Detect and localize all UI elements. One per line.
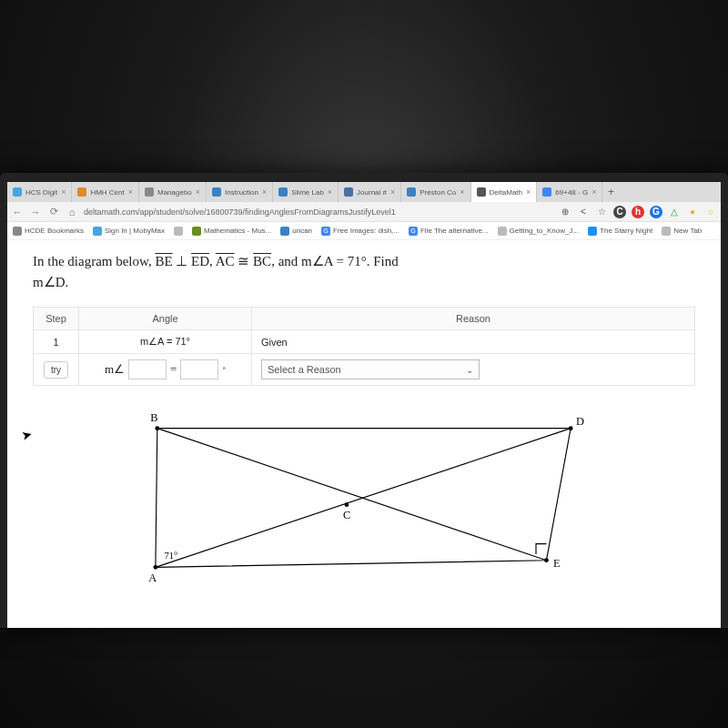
table-row: 1 m∠A = 71° Given (34, 330, 695, 354)
tab-hmh[interactable]: HMH Cent× (72, 182, 139, 202)
svg-point-3 (569, 426, 573, 430)
close-icon[interactable]: × (262, 187, 267, 197)
ext-triangle-icon[interactable]: △ (668, 206, 681, 218)
bookmarks-bar: HCDE Bookmarks Sign In | MobyMax Mathema… (7, 222, 721, 240)
step-number: 1 (34, 330, 79, 354)
ext-dot-icon[interactable]: ● (686, 206, 699, 218)
forward-icon[interactable]: → (29, 207, 42, 217)
ext-g-icon[interactable]: G (650, 206, 662, 218)
reason-select[interactable]: Select a Reason ⌄ (261, 359, 480, 379)
reason-placeholder: Select a Reason (268, 364, 341, 375)
svg-point-2 (345, 502, 349, 507)
angle-a-label: 71° (164, 551, 177, 561)
tab-label: Instruction (225, 188, 258, 197)
browser-tabstrip: HCS Digit× HMH Cent× Managebo× Instructi… (7, 182, 721, 202)
tab-deltamath[interactable]: DeltaMath× (471, 182, 538, 202)
bookmark-uncan[interactable]: uncan (280, 227, 312, 236)
angle-cell: m∠A = 71° (79, 330, 252, 354)
label-c: C (343, 509, 350, 521)
header-reason: Reason (252, 308, 695, 330)
geometry-diagram: B D C E A 71° (33, 402, 695, 593)
star-icon[interactable]: ☆ (595, 206, 608, 218)
ext-h-icon[interactable]: h (632, 206, 644, 218)
close-icon[interactable]: × (328, 187, 332, 197)
tab-instruction[interactable]: Instruction× (207, 182, 273, 202)
try-button[interactable]: try (44, 361, 68, 379)
tab-label: Managebo (157, 188, 192, 197)
svg-point-1 (155, 426, 159, 430)
tab-label: HCS Digit (25, 188, 57, 197)
table-row: try m∠ = ° Select (34, 354, 695, 386)
tab-journal[interactable]: Journal #× (339, 182, 401, 202)
tab-label: HMH Cent (90, 188, 124, 197)
reload-icon[interactable]: ⟳ (47, 206, 60, 217)
svg-point-4 (544, 558, 549, 562)
close-icon[interactable]: × (196, 187, 200, 197)
bookmark-file-alt[interactable]: GFile The alternative... (409, 227, 489, 236)
bookmark-blank[interactable] (174, 227, 183, 236)
label-a: A (148, 571, 157, 584)
close-icon[interactable]: × (592, 187, 596, 197)
bookmark-free-images[interactable]: GFree Images: dish,... (321, 227, 399, 236)
svg-point-0 (154, 565, 158, 570)
ext-c-icon[interactable]: C (613, 206, 626, 218)
tab-label: Preston Co (420, 188, 456, 197)
ext-sun-icon[interactable]: ☼ (704, 206, 717, 218)
question-text: In the diagram below, BE ⊥ ED, AC ≅ BC, … (33, 251, 695, 292)
close-icon[interactable]: × (526, 187, 531, 197)
label-d: D (576, 415, 584, 428)
bookmark-math-mus[interactable]: Mathematics - Mus... (192, 227, 271, 236)
bookmark-mobymax[interactable]: Sign In | MobyMax (93, 227, 165, 236)
label-e: E (553, 557, 561, 570)
tab-label: Slime Lab (291, 188, 324, 197)
header-angle: Angle (79, 308, 252, 330)
home-icon[interactable]: ⌂ (66, 207, 78, 217)
tab-label: 69+48 - G (555, 188, 588, 197)
proof-table: Step Angle Reason 1 m∠A = 71° Given try (33, 307, 695, 386)
tab-managebac[interactable]: Managebo× (139, 182, 207, 202)
close-icon[interactable]: × (128, 187, 133, 197)
close-icon[interactable]: × (61, 187, 66, 197)
tab-slime[interactable]: Slime Lab× (273, 182, 339, 202)
bookmark-getting-to-know[interactable]: Getting_to_Know_J... (498, 227, 580, 236)
chevron-down-icon: ⌄ (466, 365, 473, 375)
close-icon[interactable]: × (460, 187, 464, 197)
url-text[interactable]: deltamath.com/app/student/solve/16800739… (84, 207, 553, 217)
address-bar: ← → ⟳ ⌂ deltamath.com/app/student/solve/… (7, 202, 721, 222)
search-icon[interactable]: ⊕ (559, 206, 571, 218)
angle-value-input[interactable] (180, 359, 218, 379)
tab-google-calc[interactable]: 69+48 - G× (537, 182, 602, 202)
tab-preston[interactable]: Preston Co× (401, 182, 470, 202)
label-b: B (150, 411, 157, 424)
header-step: Step (34, 308, 79, 330)
reason-cell: Given (252, 330, 695, 354)
tab-label: DeltaMath (490, 188, 522, 197)
tab-label: Journal # (357, 188, 387, 197)
address-actions: ⊕ < ☆ C h G △ ● ☼ (559, 206, 717, 218)
tab-hcs[interactable]: HCS Digit× (7, 182, 72, 202)
angle-input-group: m∠ = ° (105, 359, 226, 379)
angle-name-input[interactable] (128, 359, 167, 379)
bookmark-hcde[interactable]: HCDE Bookmarks (13, 227, 84, 236)
new-tab-button[interactable]: + (602, 186, 619, 198)
bookmark-new-tab[interactable]: New Tab (662, 227, 702, 236)
share-icon[interactable]: < (577, 206, 590, 218)
close-icon[interactable]: × (390, 187, 395, 197)
problem-content: In the diagram below, BE ⊥ ED, AC ≅ BC, … (7, 240, 721, 597)
bookmark-starry-night[interactable]: The Starry Night (588, 227, 652, 236)
back-icon[interactable]: ← (11, 207, 24, 217)
